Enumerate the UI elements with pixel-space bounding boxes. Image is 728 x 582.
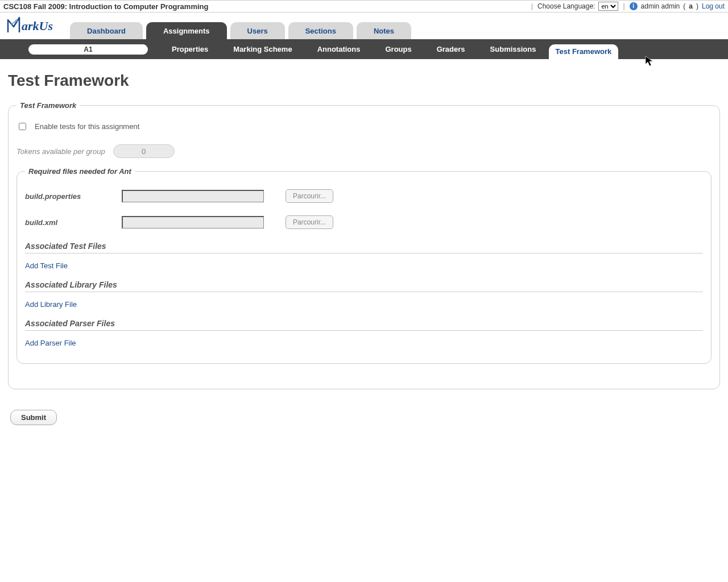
choose-language-label: Choose Language: xyxy=(537,2,595,10)
subtab-submissions[interactable]: Submissions xyxy=(478,39,549,59)
assignment-pill[interactable]: A1 xyxy=(28,44,148,55)
info-icon: i xyxy=(630,2,638,10)
svg-point-0 xyxy=(15,19,18,22)
build-properties-input[interactable] xyxy=(122,190,264,202)
required-legend: Required files needed for Ant xyxy=(25,167,135,176)
tab-notes[interactable]: Notes xyxy=(357,22,411,39)
add-library-file-link[interactable]: Add Library File xyxy=(25,300,703,309)
subtab-graders[interactable]: Graders xyxy=(424,39,478,59)
user-display: admin admin xyxy=(641,2,680,10)
role-close-paren: ) xyxy=(696,2,698,10)
user-role: a xyxy=(689,2,693,10)
tokens-input[interactable] xyxy=(113,144,175,158)
logout-link[interactable]: Log out xyxy=(702,2,725,10)
subtab-properties[interactable]: Properties xyxy=(159,39,221,59)
required-files-fieldset: Required files needed for Ant build.prop… xyxy=(16,167,712,364)
tokens-label: Tokens available per group xyxy=(16,147,105,156)
associated-test-files-header: Associated Test Files xyxy=(25,242,703,253)
tab-dashboard[interactable]: Dashboard xyxy=(70,22,143,39)
logo: arkUs xyxy=(6,16,53,39)
enable-tests-label: Enable tests for this assignment xyxy=(35,122,139,131)
test-framework-fieldset: Test Framework Enable tests for this ass… xyxy=(8,101,720,389)
tab-assignments[interactable]: Assignments xyxy=(146,22,227,39)
subtab-annotations[interactable]: Annotations xyxy=(305,39,373,59)
subtab-marking-scheme[interactable]: Marking Scheme xyxy=(221,39,304,59)
associated-library-files-header: Associated Library Files xyxy=(25,280,703,292)
tab-sections[interactable]: Sections xyxy=(288,22,353,39)
add-parser-file-link[interactable]: Add Parser File xyxy=(25,339,703,347)
build-properties-browse-button[interactable]: Parcourir... xyxy=(286,189,333,203)
outer-legend: Test Framework xyxy=(16,101,80,110)
page-title: Test Framework xyxy=(8,72,720,90)
build-xml-label: build.xml xyxy=(25,218,99,227)
associated-parser-files-header: Associated Parser Files xyxy=(25,319,703,331)
build-xml-input[interactable] xyxy=(122,216,264,228)
tab-users[interactable]: Users xyxy=(230,22,285,39)
language-select[interactable]: en xyxy=(598,2,618,11)
course-title: CSC108 Fall 2009: Introduction to Comput… xyxy=(3,2,208,11)
role-open-paren: ( xyxy=(683,2,685,10)
build-properties-label: build.properties xyxy=(25,192,99,201)
add-test-file-link[interactable]: Add Test File xyxy=(25,261,703,270)
subtab-test-framework[interactable]: Test Framework xyxy=(549,44,619,59)
separator: | xyxy=(622,2,626,10)
primary-tabs: Dashboard Assignments Users Sections Not… xyxy=(70,22,411,39)
build-xml-browse-button[interactable]: Parcourir... xyxy=(286,215,333,229)
submit-button[interactable]: Submit xyxy=(10,410,57,425)
subtab-groups[interactable]: Groups xyxy=(373,39,424,59)
enable-tests-checkbox[interactable] xyxy=(19,123,26,130)
separator: | xyxy=(530,2,534,10)
